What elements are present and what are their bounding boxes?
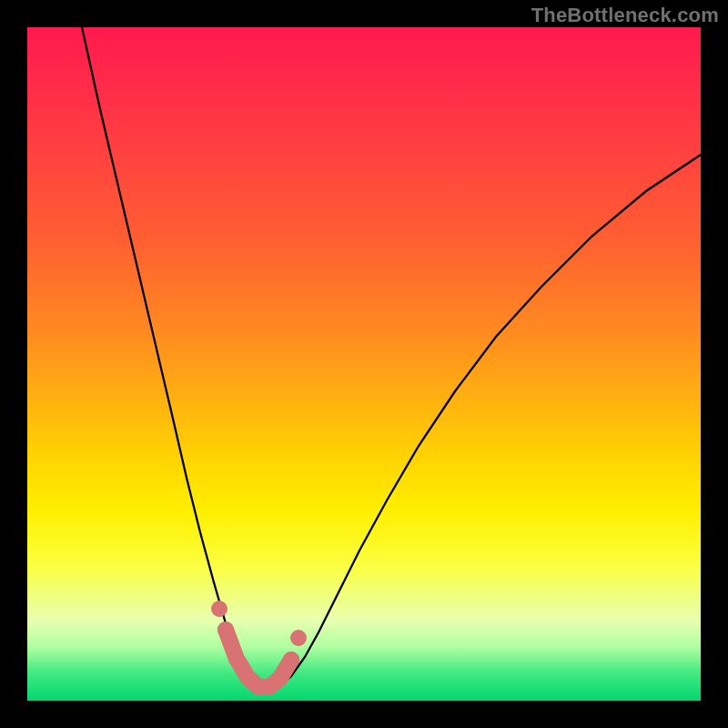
bottleneck-curve	[82, 27, 701, 689]
chart-svg	[27, 27, 701, 701]
highlight-dot	[290, 630, 307, 646]
gradient-plot-area	[27, 27, 701, 701]
outer-frame: TheBottleneck.com	[0, 0, 728, 728]
watermark-text: TheBottleneck.com	[531, 4, 719, 27]
highlight-dot	[211, 601, 228, 617]
bottom-highlight-dots	[211, 601, 307, 668]
bottom-highlight-segment	[226, 630, 291, 687]
highlight-dot	[217, 622, 234, 638]
highlight-dot	[283, 652, 299, 668]
